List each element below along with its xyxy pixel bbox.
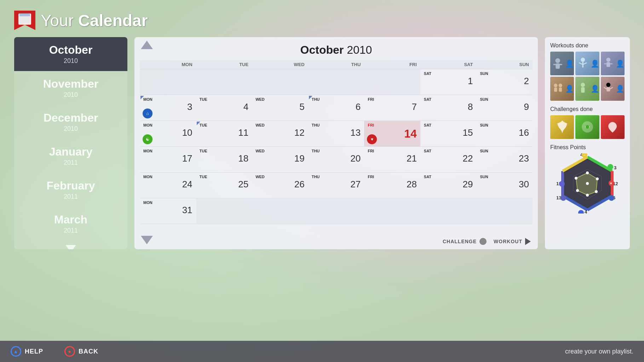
cal-day-8[interactable]: SAT 8 [420,95,477,121]
sidebar-year-2011-mar: 2011 [21,227,120,234]
sidebar-year-2011-feb: 2011 [21,193,120,200]
cal-day-23[interactable]: SUN 23 [476,147,533,172]
cal-day-9[interactable]: SUN 9 [476,95,533,121]
svg-marker-5 [141,41,153,49]
cal-day-3[interactable]: MON 3 ⌂ [140,95,196,121]
calendar-nav-down[interactable] [140,235,154,246]
workout-photo-1 [550,52,574,75]
home-icon-day3: ⌂ [143,109,153,118]
cal-day-21[interactable]: FRI 21 [364,147,420,172]
calendar-app-icon [14,11,35,30]
challenge-dot [479,238,487,245]
cal-day-15[interactable]: SAT 15 [420,121,477,146]
col-sun: SUN [476,60,533,69]
sidebar-item-november-2010[interactable]: November 2010 [14,71,127,105]
cal-day-19[interactable]: WED 19 [252,147,308,172]
cal-day-10[interactable]: MON 10 ☯ [140,121,196,146]
cal-day-12[interactable]: WED 12 [252,121,308,146]
svg-point-43 [595,190,598,193]
calendar-week-4: MON 24 TUE 25 WED 26 THU 27 [140,173,533,198]
cal-day-22[interactable]: SAT 22 [420,147,477,172]
svg-point-7 [555,58,560,63]
workouts-title: Workouts done [550,42,625,49]
svg-text:♥: ♥ [610,181,612,185]
cal-day-25[interactable]: TUE 25 [196,173,252,198]
workout-arrow-icon [525,238,531,245]
calendar-header-row: MON TUE WED THU FRI SAT SUN [140,60,533,69]
workouts-section: Workouts done [550,42,625,101]
workout-photo-3 [601,52,625,75]
challenge-thumb-1 [550,115,574,139]
right-panel: Workouts done [545,37,630,249]
svg-point-41 [586,171,589,174]
svg-rect-22 [559,88,562,92]
cal-day-7[interactable]: FRI 7 [364,95,420,121]
sidebar-item-october-2010[interactable]: October 2010 [14,37,127,71]
sidebar-year-2011-jan: 2011 [21,159,120,167]
calendar-week-3: MON 17 TUE 18 WED 19 THU 20 [140,147,533,173]
fitness-hexagon: 4 ~ 3 12 ♥ 6 4 [556,153,619,214]
cal-day-28[interactable]: FRI 28 [364,173,420,198]
cal-empty [420,198,477,224]
cal-day-16[interactable]: SUN 16 [476,121,533,146]
svg-rect-17 [604,63,607,64]
cal-empty [476,198,533,224]
cal-day-27[interactable]: THU 27 [308,173,364,198]
workout-label: WORKOUT [494,239,522,244]
svg-point-45 [576,189,579,192]
sidebar-item-march-2011[interactable]: March 2011 [14,207,127,241]
sidebar-item-december-2010[interactable]: December 2010 [14,105,127,139]
calendar-week-2: MON 10 ☯ TUE 11 WED 12 THU [140,121,533,147]
cal-day-13[interactable]: THU 13 [308,121,364,146]
cal-day-24[interactable]: MON 24 [140,173,196,198]
cal-day-20[interactable]: THU 20 [308,147,364,172]
calendar-nav-up[interactable] [140,40,154,51]
workout-triangle-3 [140,96,144,99]
svg-text:4: 4 [585,209,587,214]
cal-day-29[interactable]: SAT 29 [420,173,477,198]
svg-point-44 [586,194,589,197]
cal-empty [308,198,364,224]
workout-photo-6 [601,77,625,100]
challenges-grid [550,115,625,139]
cal-empty [364,69,420,95]
cal-day-5[interactable]: WED 5 [252,95,308,121]
cal-day-4[interactable]: TUE 4 [196,95,252,121]
col-sat: SAT [420,60,477,69]
cal-day-11[interactable]: TUE 11 [196,121,252,146]
svg-rect-18 [610,63,613,64]
svg-text:3: 3 [614,165,616,170]
workout-photo-5 [575,77,599,100]
sidebar-item-february-2011[interactable]: February 2011 [14,173,127,207]
cal-day-1[interactable]: SAT 1 [420,69,477,95]
challenges-section: Challenges done [550,106,625,139]
svg-rect-26 [606,87,610,92]
cal-day-17[interactable]: MON 17 [140,147,196,172]
cal-day-6[interactable]: THU 6 [308,95,364,121]
cal-day-30[interactable]: SUN 30 [476,173,533,198]
cal-day-2[interactable]: SUN 2 [476,69,533,95]
svg-point-42 [596,177,599,180]
fitness-title: Fitness Points [550,144,625,151]
sidebar-month-november: November [21,77,120,90]
month-sidebar: October 2010 November 2010 December 2010… [14,37,127,249]
cal-day-31[interactable]: MON 31 [140,198,196,224]
sidebar-item-january-2011[interactable]: January 2011 [14,139,127,173]
challenge-legend: CHALLENGE [443,238,487,245]
sidebar-month-october: October [21,43,120,57]
workout-triangle-6 [309,96,312,99]
yin-icon-day10: ☯ [143,134,153,144]
sidebar-month-january: January [21,145,120,158]
workout-photo-4 [550,77,574,100]
cal-day-26[interactable]: WED 26 [252,173,308,198]
page-title: Your Calendar [41,11,148,30]
col-wed: WED [252,60,308,69]
cal-day-18[interactable]: TUE 18 [196,147,252,172]
cal-day-14[interactable]: FRI 14 ♥ [364,121,420,146]
svg-point-15 [606,58,610,62]
cal-empty [364,198,420,224]
challenge-label: CHALLENGE [443,239,477,244]
sidebar-scroll-down[interactable] [14,241,127,249]
svg-rect-24 [581,87,585,93]
svg-rect-8 [556,63,560,69]
